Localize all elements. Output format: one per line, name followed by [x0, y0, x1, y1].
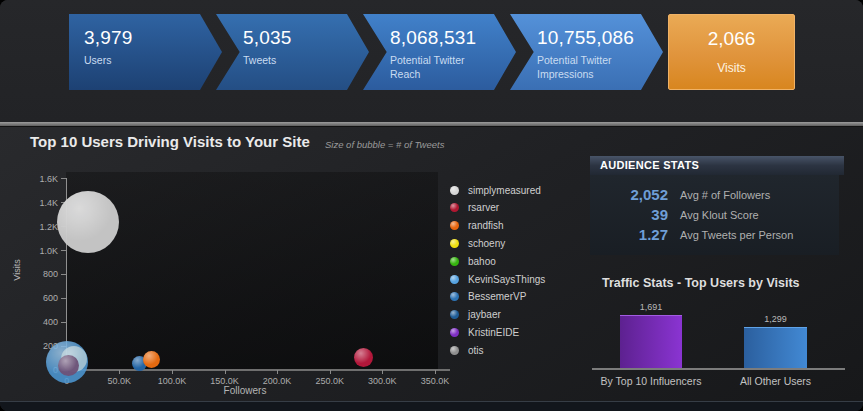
x-tick-mark [225, 370, 226, 374]
x-tick-label: 200.0K [254, 376, 300, 386]
x-tick-mark [119, 370, 120, 374]
bar-all-other-users[interactable] [744, 327, 807, 368]
funnel-stage-label: Users [84, 54, 190, 68]
x-tick-label: 150.0K [202, 376, 248, 386]
y-tick-label: 800 [26, 269, 58, 279]
bar-value-label: 1,691 [611, 302, 691, 312]
legend-item-randfish[interactable]: randfish [450, 219, 504, 233]
x-axis-title: Followers [200, 385, 290, 396]
y-tick-label: 1.2K [26, 222, 58, 232]
x-tick-mark [382, 370, 383, 374]
stat-value: 39 [590, 206, 668, 223]
bubble-plot-area [66, 172, 438, 370]
visits-label: Visits [669, 61, 794, 75]
legend-label: jaybaer [468, 309, 501, 320]
kristineide-swatch-icon [450, 328, 459, 337]
y-tick-label: 1.4K [26, 198, 58, 208]
y-tick-label: 400 [26, 317, 58, 327]
x-tick-label: 100.0K [149, 376, 195, 386]
traffic-axis-line [592, 368, 845, 370]
y-tick-mark [61, 322, 66, 323]
bar-by-top-10-influencers[interactable] [620, 315, 682, 368]
funnel-stage-value: 10,755,086 [537, 27, 663, 49]
bubble-kristineide[interactable] [58, 355, 79, 376]
legend-item-rsarver[interactable]: rsarver [450, 201, 499, 215]
y-tick-label: 1.6K [26, 174, 58, 184]
stat-value: 1.27 [590, 226, 668, 243]
funnel-stage-value: 3,979 [84, 27, 222, 49]
y-tick-mark [61, 298, 66, 299]
report-body: Top 10 Users Driving Visits to Your Site… [0, 127, 863, 401]
y-tick-label: 1.0K [26, 246, 58, 256]
schoeny-swatch-icon [450, 239, 459, 248]
y-tick-mark [61, 178, 66, 179]
bessemervp-swatch-icon [450, 292, 459, 301]
funnel-stage-content: 10,755,086Potential Twitter Impressions [510, 27, 663, 81]
funnel-stage-content: 5,035Tweets [216, 27, 369, 68]
funnel-stage-users[interactable]: 3,979Users [69, 14, 222, 90]
x-tick-mark [172, 370, 173, 374]
funnel-band: 3,979Users5,035Tweets8,068,531Potential … [0, 0, 863, 122]
legend-label: bahoo [468, 256, 496, 267]
funnel-stage-potential-twitter-reach[interactable]: 8,068,531Potential Twitter Reach [363, 14, 516, 90]
legend-item-otis[interactable]: otis [450, 343, 484, 357]
bubble-simplymeasured[interactable] [57, 191, 119, 253]
jaybaer-swatch-icon [450, 310, 459, 319]
legend-label: randfish [468, 220, 504, 231]
x-tick-mark [330, 370, 331, 374]
funnel-stage-label: Potential Twitter Reach [390, 54, 496, 81]
x-tick-label: 250.0K [307, 376, 353, 386]
audience-stats-header: AUDIENCE STATS [590, 156, 844, 175]
stat-value: 2,052 [590, 186, 668, 203]
bar-category-label: By Top 10 Influencers [586, 375, 716, 387]
funnel-stage-potential-twitter-impressions[interactable]: 10,755,086Potential Twitter Impressions [510, 14, 663, 90]
bar-value-label: 1,299 [736, 314, 816, 324]
funnel-stage-value: 5,035 [243, 27, 369, 49]
legend-label: KevinSaysThings [468, 274, 545, 285]
legend-item-simplymeasured[interactable]: simplymeasured [450, 183, 541, 197]
y-axis-title: Visits [12, 244, 22, 296]
legend-item-jaybaer[interactable]: jaybaer [450, 308, 501, 322]
legend-item-kristineide[interactable]: KristinEIDE [450, 325, 519, 339]
otis-swatch-icon [450, 346, 459, 355]
legend-item-schoeny[interactable]: schoeny [450, 236, 505, 250]
legend-label: schoeny [468, 238, 505, 249]
funnel-stage-label: Tweets [243, 54, 349, 68]
simplymeasured-swatch-icon [450, 186, 459, 195]
x-tick-mark [277, 370, 278, 374]
funnel-stage-label: Potential Twitter Impressions [537, 54, 643, 81]
legend-label: otis [468, 345, 484, 356]
funnel-stage-content: 8,068,531Potential Twitter Reach [363, 27, 516, 81]
x-tick-label: 50.0K [96, 376, 142, 386]
visits-value: 2,066 [669, 28, 794, 50]
legend-label: BessemerVP [468, 291, 526, 302]
visits-result-card[interactable]: 2,066 Visits [668, 14, 795, 90]
legend-item-bahoo[interactable]: bahoo [450, 254, 496, 268]
randfish-swatch-icon [450, 221, 459, 230]
kevinsaysthings-swatch-icon [450, 275, 459, 284]
stat-label: Avg Tweets per Person [680, 229, 793, 241]
y-tick-label: 600 [26, 293, 58, 303]
audience-stat-avg-of-followers: 2,052Avg # of Followers [590, 186, 839, 206]
footer-strip [0, 401, 863, 411]
legend-item-kevinsaysthings[interactable]: KevinSaysThings [450, 272, 545, 286]
legend-label: KristinEIDE [468, 327, 519, 338]
bubble-size-note: Size of bubble = # of Tweets [325, 139, 444, 150]
stat-label: Avg Klout Score [680, 209, 759, 221]
stat-label: Avg # of Followers [680, 189, 770, 201]
x-tick-mark [435, 370, 436, 374]
y-tick-mark [61, 250, 66, 251]
audience-stat-avg-klout-score: 39Avg Klout Score [590, 206, 839, 226]
rsarver-swatch-icon [450, 203, 459, 212]
funnel-stage-content: 3,979Users [69, 27, 222, 68]
x-tick-label: 300.0K [359, 376, 405, 386]
social-analytics-dashboard: 3,979Users5,035Tweets8,068,531Potential … [0, 0, 863, 411]
legend-label: simplymeasured [468, 185, 541, 196]
funnel-stage-tweets[interactable]: 5,035Tweets [216, 14, 369, 90]
bar-category-label: All Other Users [711, 375, 841, 387]
bubble-chart-title: Top 10 Users Driving Visits to Your Site [30, 133, 310, 150]
bubble-rsarver[interactable] [354, 348, 373, 367]
audience-stats-panel: 2,052Avg # of Followers39Avg Klout Score… [590, 175, 839, 255]
legend-item-bessemervp[interactable]: BessemerVP [450, 290, 526, 304]
x-axis-line [66, 369, 450, 371]
